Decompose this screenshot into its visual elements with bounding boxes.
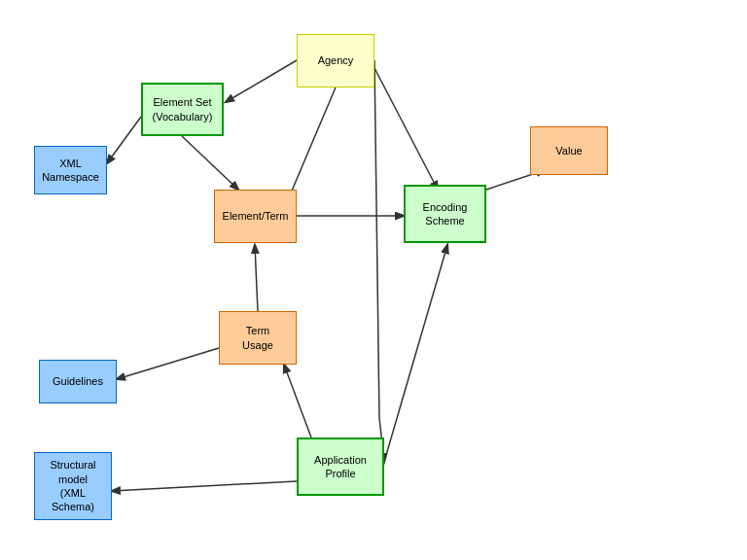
- node-application-profile: ApplicationProfile: [297, 438, 384, 496]
- svg-line-4: [182, 136, 238, 190]
- svg-line-9: [284, 365, 311, 438]
- node-structural-model: Structuralmodel(XMLSchema): [34, 452, 112, 520]
- node-agency: Agency: [297, 34, 374, 88]
- node-encoding-scheme: EncodingScheme: [404, 185, 486, 243]
- node-guidelines: Guidelines: [39, 360, 117, 403]
- node-value: Value: [530, 126, 608, 175]
- svg-line-10: [384, 245, 447, 462]
- svg-line-2: [374, 68, 438, 190]
- node-element-term: Element/Term: [214, 190, 297, 243]
- svg-line-3: [107, 117, 141, 163]
- node-xml-namespace: XMLNamespace: [34, 146, 107, 194]
- svg-line-7: [255, 245, 258, 311]
- svg-line-0: [226, 60, 297, 102]
- node-element-set: Element Set(Vocabulary): [141, 83, 224, 136]
- node-term-usage: TermUsage: [219, 311, 297, 365]
- svg-line-1: [287, 88, 336, 202]
- svg-line-11: [112, 481, 297, 491]
- svg-line-8: [117, 348, 219, 379]
- diagram-container: Agency Element Set(Vocabulary) XMLNamesp…: [0, 0, 747, 560]
